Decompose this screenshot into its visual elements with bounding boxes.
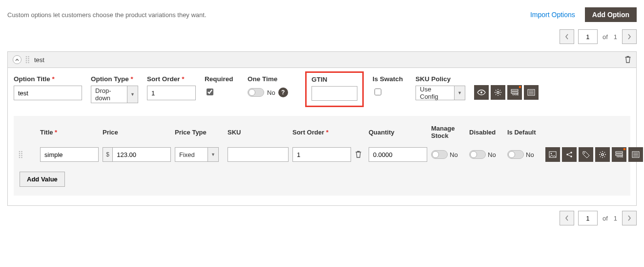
value-settings-button[interactable] [595, 147, 610, 162]
pager-top: of 1 [7, 29, 637, 44]
pager-next-button[interactable] [622, 211, 637, 225]
delete-option-button[interactable] [624, 56, 631, 64]
svg-rect-29 [616, 152, 623, 153]
add-option-button[interactable]: Add Option [585, 7, 637, 22]
dots-icon [25, 56, 30, 64]
value-price-wrap: $ [103, 147, 171, 162]
gtin-label: GTIN [312, 76, 357, 83]
option-type-label: Option Type [91, 75, 138, 83]
svg-point-23 [551, 153, 552, 155]
col-isdefault-label: Is Default [507, 129, 541, 136]
svg-point-20 [19, 157, 21, 158]
gear-icon [599, 151, 606, 158]
value-description-button[interactable] [628, 147, 643, 162]
one-time-field: One Time No ? [248, 75, 296, 97]
svg-point-21 [21, 157, 22, 158]
col-quantity-label: Quantity [369, 129, 427, 136]
share-icon [566, 151, 573, 158]
svg-point-24 [566, 154, 568, 155]
drag-handle-icon[interactable] [25, 56, 30, 64]
dots-icon [19, 151, 23, 158]
svg-point-4 [26, 60, 27, 62]
required-field: Required [205, 75, 239, 97]
gtin-field: GTIN [305, 71, 364, 107]
svg-text:NAME: NAME [617, 155, 623, 158]
image-button[interactable] [545, 147, 560, 162]
value-price-input[interactable] [112, 147, 171, 162]
pager-current-input[interactable] [578, 29, 598, 44]
value-name-button[interactable]: NAME [612, 147, 626, 162]
name-config-button[interactable]: NAME [507, 85, 522, 100]
rows-icon: NAME [615, 151, 623, 158]
required-label: Required [205, 75, 239, 83]
svg-point-2 [26, 58, 27, 60]
svg-point-27 [584, 153, 585, 154]
disabled-cell: No [469, 150, 503, 159]
sort-order-input[interactable] [147, 86, 196, 100]
is-default-toggle[interactable] [507, 150, 524, 159]
chevron-left-icon [565, 215, 569, 221]
value-sku-input[interactable] [228, 147, 289, 162]
tag-button[interactable] [579, 147, 593, 162]
svg-point-1 [28, 56, 29, 58]
row-drag-handle[interactable] [19, 151, 36, 158]
svg-point-6 [26, 62, 27, 64]
share-button[interactable] [562, 147, 577, 162]
pager-prev-button[interactable] [560, 211, 574, 225]
option-type-value: Drop-down [91, 86, 127, 103]
chevron-down-icon: ▼ [208, 147, 219, 162]
import-options-button[interactable]: Import Options [525, 8, 580, 22]
is-swatch-label: Is Swatch [373, 75, 407, 83]
delete-value-button[interactable] [355, 151, 365, 158]
chevron-right-icon [627, 34, 631, 40]
one-time-toggle[interactable] [248, 88, 264, 97]
option-panel: test Option Title Option Type Drop-down … [7, 51, 637, 206]
pager-total: 1 [614, 215, 617, 222]
disabled-toggle[interactable] [469, 150, 486, 159]
pager-prev-button[interactable] [560, 29, 574, 44]
svg-point-25 [570, 152, 572, 153]
add-value-button[interactable]: Add Value [20, 172, 65, 187]
option-type-select[interactable]: Drop-down ▼ [91, 86, 138, 103]
tag-icon [582, 151, 590, 158]
option-header-title: test [34, 56, 44, 64]
col-title-label: Title [40, 129, 99, 136]
value-quantity-input[interactable] [369, 147, 427, 162]
value-title-input[interactable] [40, 147, 99, 162]
gear-icon [494, 89, 502, 96]
col-sku-label: SKU [228, 129, 289, 136]
value-pricetype-value: Fixed [175, 147, 208, 162]
description-button[interactable] [524, 85, 539, 100]
svg-point-26 [570, 156, 572, 157]
currency-symbol: $ [103, 147, 112, 162]
col-sortorder-label: Sort Order [292, 129, 351, 136]
visibility-button[interactable] [474, 85, 489, 100]
sort-order-field: Sort Order [147, 75, 196, 100]
option-title-input[interactable] [14, 86, 82, 100]
svg-point-18 [19, 155, 21, 156]
value-pricetype-select[interactable]: Fixed ▼ [175, 147, 219, 162]
sku-policy-select[interactable]: Use Config ▼ [415, 86, 465, 100]
gtin-input[interactable] [312, 86, 357, 101]
option-fields-row: Option Title Option Type Drop-down ▼ Sor… [14, 75, 630, 107]
manage-stock-toggle[interactable] [431, 150, 448, 159]
svg-rect-10 [511, 89, 518, 91]
trash-icon [355, 151, 362, 158]
is-swatch-checkbox[interactable] [374, 89, 381, 95]
pager-bottom: of 1 [7, 211, 637, 225]
disabled-text: No [488, 151, 496, 158]
sku-policy-value: Use Config [415, 86, 455, 100]
svg-point-8 [480, 91, 482, 93]
option-action-icons: NAME [474, 85, 539, 100]
manage-stock-cell: No [431, 150, 465, 159]
help-icon[interactable]: ? [278, 88, 288, 97]
svg-point-5 [28, 60, 29, 62]
required-checkbox[interactable] [207, 89, 213, 95]
settings-button[interactable] [491, 85, 505, 100]
value-sortorder-input[interactable] [292, 147, 351, 162]
svg-point-17 [21, 153, 22, 155]
pager-next-button[interactable] [622, 29, 637, 44]
collapse-toggle[interactable] [13, 55, 21, 64]
svg-point-28 [602, 154, 603, 156]
pager-current-input[interactable] [578, 211, 598, 225]
